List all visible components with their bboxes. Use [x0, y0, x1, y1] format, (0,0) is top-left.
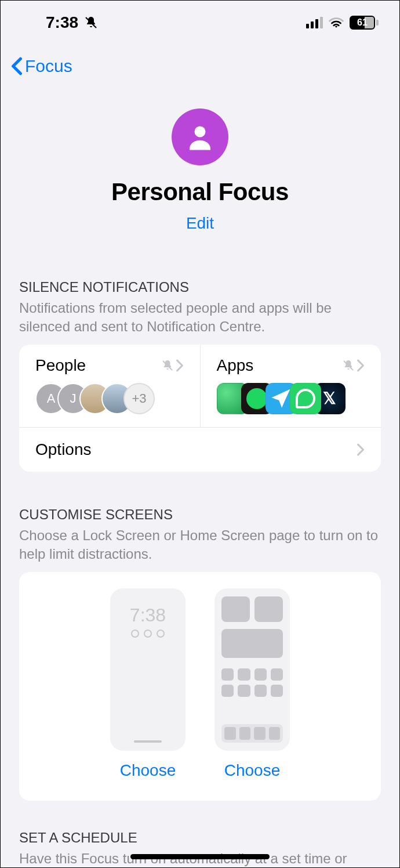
edit-button[interactable]: Edit	[186, 214, 214, 233]
silence-section: SILENCE NOTIFICATIONS Notifications from…	[1, 244, 399, 472]
lock-screen-widgets-icon	[131, 630, 165, 638]
chevron-right-icon	[176, 359, 184, 372]
silence-header: SILENCE NOTIFICATIONS	[19, 279, 381, 295]
silent-mode-icon	[84, 15, 98, 30]
screens-card: 7:38 Choose Choose	[19, 572, 381, 801]
options-label: Options	[35, 440, 92, 459]
navigation-bar: Focus	[1, 37, 399, 82]
cellular-icon	[306, 17, 323, 28]
chevron-left-icon	[11, 57, 23, 75]
customise-header: CUSTOMISE SCREENS	[19, 507, 381, 523]
people-cell[interactable]: People A J +3	[19, 345, 200, 427]
status-bar: 7:38 61	[1, 1, 399, 37]
people-avatars: A J +3	[35, 383, 184, 414]
apps-title: Apps	[217, 356, 254, 375]
focus-title: Personal Focus	[12, 178, 388, 206]
apps-cell[interactable]: Apps 𝕏	[200, 345, 381, 427]
lock-screen-time: 7:38	[130, 605, 166, 626]
choose-lock-screen-button[interactable]: Choose	[120, 761, 176, 780]
bell-slash-icon	[341, 359, 355, 372]
chevron-right-icon	[357, 443, 365, 456]
people-title: People	[35, 356, 86, 375]
choose-home-screen-button[interactable]: Choose	[224, 761, 281, 780]
home-screen-column: Choose	[214, 588, 290, 780]
status-right: 61	[306, 16, 379, 30]
status-left: 7:38	[46, 13, 98, 32]
back-label: Focus	[25, 56, 72, 76]
bell-slash-icon	[161, 359, 174, 372]
silence-card: People A J +3 Apps	[19, 345, 381, 472]
back-button[interactable]: Focus	[11, 56, 72, 76]
home-bar-icon	[134, 740, 162, 743]
focus-header: Personal Focus Edit	[1, 82, 399, 244]
person-icon	[184, 121, 216, 153]
focus-icon-badge	[172, 108, 228, 165]
lock-screen-column: 7:38 Choose	[110, 588, 186, 780]
customise-section: CUSTOMISE SCREENS Choose a Lock Screen o…	[1, 472, 399, 801]
schedule-header: SET A SCHEDULE	[19, 830, 381, 846]
battery-icon: 61	[350, 16, 379, 30]
lock-screen-preview[interactable]: 7:38	[110, 588, 186, 751]
home-screen-preview[interactable]	[214, 588, 290, 751]
home-indicator[interactable]	[130, 854, 270, 859]
silence-description: Notifications from selected people and a…	[19, 299, 381, 337]
battery-percent: 61	[351, 17, 374, 28]
avatar-overflow: +3	[123, 383, 155, 414]
wifi-icon	[329, 17, 344, 28]
options-row[interactable]: Options	[19, 427, 381, 472]
svg-point-2	[195, 126, 206, 138]
customise-description: Choose a Lock Screen or Home Screen page…	[19, 526, 381, 564]
app-icons: 𝕏	[217, 383, 365, 414]
status-time: 7:38	[46, 13, 78, 32]
chevron-right-icon	[357, 359, 365, 372]
dock-icon	[221, 724, 283, 743]
app-icon-whatsapp	[290, 383, 321, 414]
